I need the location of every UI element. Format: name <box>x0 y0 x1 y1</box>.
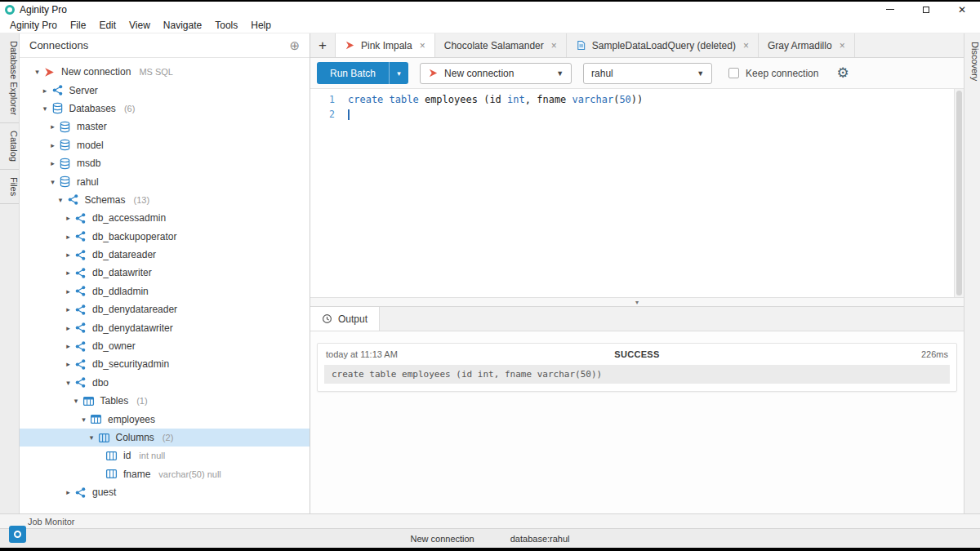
scrollbar-thumb[interactable] <box>956 91 962 295</box>
expand-arrow-icon[interactable]: ▸ <box>62 287 74 295</box>
tree-item-db-securityadmin[interactable]: ▸db_securityadmin <box>20 355 310 373</box>
collapse-arrow-icon[interactable]: ▾ <box>70 397 82 405</box>
close-button[interactable]: ✕ <box>944 2 980 17</box>
code-area[interactable]: 1create table employees (id int, fname v… <box>310 89 954 297</box>
tree-item-db-datawriter[interactable]: ▸db_datawriter <box>20 264 310 282</box>
tree-item-db-accessadmin[interactable]: ▸db_accessadmin <box>20 209 310 227</box>
add-connection-icon[interactable]: ⊕ <box>289 39 300 51</box>
minimize-button[interactable] <box>872 2 908 17</box>
collapse-arrow-icon[interactable]: ▾ <box>62 379 74 387</box>
tree-item-db-ddladmin[interactable]: ▸db_ddladmin <box>20 282 310 300</box>
expand-arrow-icon[interactable]: ▸ <box>62 233 74 241</box>
keep-connection-checkbox[interactable] <box>728 68 739 78</box>
code-text[interactable]: create table employees (id int, fname va… <box>348 93 643 108</box>
menu-item-edit[interactable]: Edit <box>92 20 122 31</box>
expand-arrow-icon[interactable]: ▸ <box>62 214 74 222</box>
expand-arrow-icon[interactable]: ▸ <box>62 305 74 313</box>
tree-item-label: Server <box>69 85 98 96</box>
menu-item-view[interactable]: View <box>122 20 157 31</box>
new-tab-button[interactable]: + <box>310 33 335 57</box>
tree-item-new-connection[interactable]: ▾New connectionMS SQL <box>20 63 310 81</box>
left-rail-tab-catalog[interactable]: Catalog <box>0 123 19 170</box>
job-monitor-bar[interactable]: Job Monitor <box>0 513 980 528</box>
tree-item-db-owner[interactable]: ▸db_owner <box>20 337 310 355</box>
tree-item-label: id <box>123 450 131 461</box>
tree-item-db-denydatawriter[interactable]: ▸db_denydatawriter <box>20 318 310 336</box>
splitter-handle[interactable]: ▾ <box>310 297 964 307</box>
menu-item-navigate[interactable]: Navigate <box>157 20 208 31</box>
expand-arrow-icon[interactable]: ▸ <box>47 159 59 167</box>
schema-icon <box>74 340 87 353</box>
tree-item-label: db_denydatawriter <box>92 322 173 334</box>
expand-arrow-icon[interactable]: ▸ <box>47 141 59 149</box>
expand-arrow-icon[interactable]: ▸ <box>62 488 74 496</box>
expand-arrow-icon[interactable]: ▸ <box>62 360 74 368</box>
tree-item-guest[interactable]: ▸guest <box>20 483 310 501</box>
chevron-down-icon: ▼ <box>697 69 704 78</box>
expand-arrow-icon[interactable]: ▸ <box>47 122 59 131</box>
tree-item-label: New connection <box>61 66 131 78</box>
close-tab-icon[interactable]: × <box>840 40 845 51</box>
sql-editor[interactable]: 1create table employees (id int, fname v… <box>310 89 964 297</box>
connection-select[interactable]: New connection ▼ <box>420 63 572 84</box>
tree-item-db-datareader[interactable]: ▸db_datareader <box>20 246 310 264</box>
editor-scrollbar[interactable] <box>954 89 964 297</box>
schema-icon <box>74 487 87 499</box>
tree-item-label: db_backupoperator <box>92 231 176 242</box>
tree-item-db-backupoperator[interactable]: ▸db_backupoperator <box>20 228 310 246</box>
taskbar-app-icon[interactable] <box>9 526 26 543</box>
editor-tab-chocolate-salamander[interactable]: Chocolate Salamander× <box>435 33 567 57</box>
close-tab-icon[interactable]: × <box>420 40 425 51</box>
settings-gear-icon[interactable]: ⚙ <box>836 66 849 80</box>
expand-arrow-icon[interactable]: ▸ <box>62 342 74 350</box>
run-batch-dropdown[interactable]: ▾ <box>389 62 408 84</box>
collapse-arrow-icon[interactable]: ▾ <box>31 68 43 76</box>
menu-item-help[interactable]: Help <box>244 20 278 31</box>
expand-arrow-icon[interactable]: ▸ <box>62 269 74 277</box>
expand-arrow-icon[interactable]: ▸ <box>62 251 74 259</box>
tree-item-meta: MS SQL <box>139 67 173 77</box>
collapse-arrow-icon[interactable]: ▾ <box>86 433 98 442</box>
tree-item-model[interactable]: ▸model <box>20 136 310 154</box>
tree-item-server[interactable]: ▸Server <box>20 81 310 99</box>
code-text[interactable] <box>348 108 350 122</box>
collapse-arrow-icon[interactable]: ▾ <box>47 178 59 186</box>
tree-item-tables[interactable]: ▾Tables(1) <box>20 392 310 410</box>
query-result-card[interactable]: today at 11:13 AM SUCCESS 226ms create t… <box>317 343 957 392</box>
close-tab-icon[interactable]: × <box>743 40 749 51</box>
tree-item-msdb[interactable]: ▸msdb <box>20 154 310 172</box>
menu-item-file[interactable]: File <box>64 20 92 31</box>
collapse-arrow-icon[interactable]: ▾ <box>55 196 67 204</box>
expand-arrow-icon[interactable]: ▸ <box>62 324 74 332</box>
editor-tab-pink-impala[interactable]: Pink Impala× <box>335 33 435 57</box>
chevron-down-icon: ▼ <box>556 69 564 78</box>
tree-item-columns[interactable]: ▾Columns(2) <box>20 429 310 447</box>
tree-item-databases[interactable]: ▾Databases(6) <box>20 100 310 118</box>
right-rail-tab-discovery[interactable]: Discovery <box>964 33 980 88</box>
workspace: Database ExplorerCatalogFiles Connection… <box>0 33 980 513</box>
tree-item-fname[interactable]: fnamevarchar(50) null <box>20 465 310 483</box>
editor-tab-sampledataloadquery-deleted[interactable]: SampleDataLoadQuery (deleted)× <box>567 33 759 57</box>
expand-arrow-icon[interactable]: ▸ <box>39 87 51 95</box>
tree-item-db-denydatareader[interactable]: ▸db_denydatareader <box>20 300 310 318</box>
tree-item-id[interactable]: idint null <box>20 447 310 464</box>
tree-item-dbo[interactable]: ▾dbo <box>20 374 310 392</box>
restore-button[interactable] <box>908 2 944 17</box>
output-tab[interactable]: Output <box>310 307 380 331</box>
tree-item-master[interactable]: ▸master <box>20 118 310 136</box>
tree-item-meta: int null <box>139 451 165 460</box>
editor-tab-gray-armadillo[interactable]: Gray Armadillo× <box>759 33 855 57</box>
left-rail-tab-database-explorer[interactable]: Database Explorer <box>0 33 19 123</box>
menu-item-aginity-pro[interactable]: Aginity Pro <box>3 20 64 31</box>
menu-item-tools[interactable]: Tools <box>208 20 244 31</box>
tree-item-rahul[interactable]: ▾rahul <box>20 172 310 190</box>
tree-item-label: guest <box>92 487 116 498</box>
close-tab-icon[interactable]: × <box>551 40 557 51</box>
collapse-arrow-icon[interactable]: ▾ <box>78 415 90 424</box>
run-batch-button[interactable]: Run Batch <box>317 62 389 84</box>
database-select[interactable]: rahul ▼ <box>583 63 712 84</box>
left-rail-tab-files[interactable]: Files <box>0 170 19 204</box>
tree-item-schemas[interactable]: ▾Schemas(13) <box>20 191 310 209</box>
tree-item-employees[interactable]: ▾employees <box>20 410 310 428</box>
collapse-arrow-icon[interactable]: ▾ <box>39 104 51 113</box>
